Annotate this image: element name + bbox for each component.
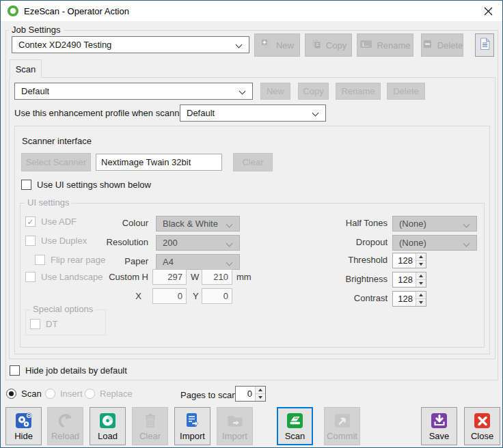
contrast-spinner[interactable]: 128: [392, 291, 426, 307]
hide-job-details-checkbox[interactable]: Hide job details by default: [10, 365, 127, 376]
job-rename-button[interactable]: I... Rename: [357, 33, 413, 57]
use-duplex-label: Use Duplex: [41, 236, 87, 246]
spin-up-icon[interactable]: [416, 292, 426, 298]
import-folder-button[interactable]: Import: [217, 407, 253, 445]
custom-w-field[interactable]: 210: [202, 269, 232, 285]
checkbox-box: [25, 272, 36, 282]
paper-select[interactable]: A4: [156, 254, 240, 270]
radio-replace[interactable]: Replace: [85, 389, 133, 399]
ezescan-logo-icon: [7, 5, 19, 17]
profile-copy-label: Copy: [303, 86, 323, 96]
enhancement-profile-select[interactable]: Default: [180, 104, 326, 122]
tab-scan-label: Scan: [16, 64, 36, 74]
profile-delete-button[interactable]: Delete: [387, 83, 425, 100]
hide-button[interactable]: Hide: [5, 407, 42, 445]
enhancement-profile-value: Default: [187, 108, 215, 118]
x-label: X: [83, 291, 141, 301]
scanner-name-field[interactable]: Nextimage Twain 32bit: [96, 154, 222, 171]
window-close-button[interactable]: [478, 3, 498, 18]
dropout-select[interactable]: (None): [392, 235, 477, 251]
profile-select-value: Default: [21, 86, 49, 96]
scan-button-label: Scan: [285, 431, 305, 441]
load-button[interactable]: Load: [90, 407, 126, 445]
profile-new-label: New: [267, 86, 284, 96]
job-new-button[interactable]: New: [254, 33, 300, 57]
job-copy-button[interactable]: Copy: [305, 33, 352, 57]
profile-copy-button[interactable]: Copy: [298, 83, 329, 100]
job-delete-button[interactable]: Delete: [421, 33, 463, 57]
custom-unit-label: mm: [236, 272, 252, 282]
checkbox-box: [10, 365, 20, 376]
chevron-down-icon: [226, 221, 233, 228]
pages-to-scan-spinner[interactable]: 0: [235, 386, 266, 402]
custom-w-label: W: [191, 272, 199, 282]
close-button[interactable]: Close: [464, 407, 500, 445]
ui-settings-group-label: UI settings: [25, 198, 72, 208]
half-tones-select[interactable]: (None): [392, 216, 477, 232]
custom-h-field[interactable]: 297: [152, 269, 187, 285]
hide-button-label: Hide: [14, 431, 33, 441]
use-duplex-checkbox[interactable]: Use Duplex: [25, 236, 87, 246]
spin-down-icon[interactable]: [416, 298, 426, 306]
spinner-buttons[interactable]: [416, 292, 426, 306]
radio-scan[interactable]: Scan: [6, 389, 42, 399]
profile-rename-button[interactable]: Rename: [336, 83, 381, 100]
spinner-buttons[interactable]: [416, 253, 426, 268]
chevron-down-icon: [312, 110, 319, 117]
delete-icon: [422, 38, 433, 52]
import-folder-button-label: Import: [222, 431, 247, 441]
job-delete-label: Delete: [437, 40, 463, 51]
reload-button[interactable]: Reload: [47, 407, 83, 445]
spin-up-icon[interactable]: [416, 253, 426, 260]
spin-up-icon[interactable]: [416, 272, 426, 279]
spinner-buttons[interactable]: [255, 387, 265, 401]
resolution-select[interactable]: 200: [156, 235, 240, 251]
threshold-spinner[interactable]: 128: [392, 253, 426, 268]
job-details-button[interactable]: [475, 33, 494, 57]
radio-scan-label: Scan: [21, 389, 42, 399]
clear-scanner-button[interactable]: Clear: [233, 153, 273, 171]
clear-scanner-label: Clear: [242, 157, 263, 167]
resolution-value: 200: [163, 238, 178, 248]
half-tones-label: Half Tones: [322, 218, 388, 228]
commit-button[interactable]: Commit: [324, 407, 360, 445]
x-field[interactable]: 0: [152, 288, 187, 304]
spin-down-icon[interactable]: [256, 393, 265, 401]
scan-button[interactable]: Scan: [277, 407, 313, 445]
use-adf-checkbox[interactable]: Use ADF: [25, 216, 77, 227]
hide-job-details-label: Hide job details by default: [25, 365, 127, 376]
clear-button[interactable]: Clear: [132, 407, 168, 445]
y-label: Y: [193, 291, 199, 301]
use-ui-settings-checkbox[interactable]: Use UI settings shown below: [21, 180, 151, 190]
y-field[interactable]: 0: [202, 288, 232, 304]
half-tones-value: (None): [399, 219, 426, 229]
enhancement-profile-label: Use this enhancement profile when scanni…: [14, 108, 191, 118]
radio-insert[interactable]: Insert: [45, 389, 83, 399]
job-select[interactable]: Contex XD2490 Testing: [12, 36, 249, 53]
select-scanner-button[interactable]: Select Scanner: [21, 153, 91, 171]
profile-new-button[interactable]: New: [260, 83, 290, 100]
save-button[interactable]: Save: [421, 407, 457, 445]
colour-label: Colour: [83, 218, 148, 228]
spin-up-icon[interactable]: [256, 387, 265, 393]
colour-select[interactable]: Black & White: [156, 216, 240, 232]
spinner-buttons[interactable]: [416, 272, 426, 287]
dt-checkbox[interactable]: DT: [30, 319, 57, 329]
chevron-down-icon: [236, 42, 243, 48]
import-button[interactable]: Import: [174, 407, 210, 445]
brightness-spinner[interactable]: 128: [392, 272, 426, 288]
clear-button-label: Clear: [139, 431, 161, 441]
chevron-down-icon: [226, 240, 233, 247]
profile-select[interactable]: Default: [14, 83, 253, 100]
checkbox-box: [25, 236, 36, 246]
hide-gears-icon: [15, 411, 33, 430]
trash-icon: [141, 411, 159, 430]
job-settings-group-label: Job Settings: [9, 25, 64, 35]
chevron-down-icon: [239, 88, 246, 95]
spin-down-icon[interactable]: [416, 260, 426, 268]
tab-scan[interactable]: Scan: [10, 59, 42, 78]
new-document-icon: [260, 38, 272, 52]
spin-down-icon[interactable]: [416, 279, 426, 287]
brightness-label: Brightness: [322, 274, 388, 284]
close-button-label: Close: [471, 431, 493, 441]
